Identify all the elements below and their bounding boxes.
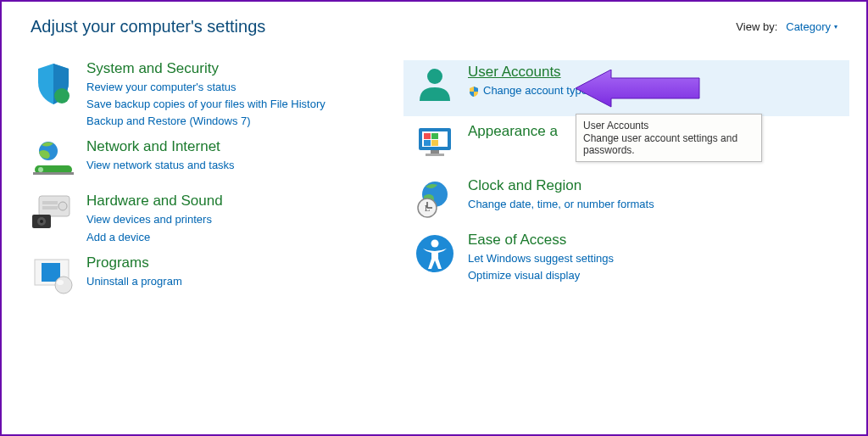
view-by-value: Category [786, 20, 831, 33]
network-icon [29, 138, 78, 184]
programs-icon [29, 254, 78, 300]
category-clock-region: L Clock and Region Change date, time, or… [403, 177, 849, 223]
category-programs: Programs Uninstall a program [22, 254, 403, 300]
link-backup-restore[interactable]: Backup and Restore (Windows 7) [86, 113, 326, 130]
view-by-dropdown[interactable]: Category ▾ [786, 20, 837, 33]
link-network-status[interactable]: View network status and tasks [86, 157, 235, 174]
category-hardware-sound: Hardware and Sound View devices and prin… [22, 193, 403, 245]
svg-point-16 [427, 69, 442, 84]
svg-rect-23 [431, 150, 439, 154]
user-accounts-icon [410, 64, 459, 109]
svg-point-14 [55, 277, 72, 293]
page-title: Adjust your computer's settings [31, 17, 265, 36]
link-date-time-formats[interactable]: Change date, time, or number formats [468, 196, 654, 213]
svg-rect-20 [431, 133, 438, 139]
hardware-icon [29, 193, 78, 238]
svg-point-11 [40, 220, 43, 223]
category-system-security: System and Security Review your computer… [22, 60, 403, 130]
tooltip-title: User Accounts [583, 120, 754, 131]
link-devices-printers[interactable]: View devices and printers [86, 211, 223, 228]
category-user-accounts: User Accounts Change account type [403, 60, 849, 116]
svg-rect-6 [42, 201, 58, 204]
svg-rect-19 [424, 133, 431, 139]
svg-rect-21 [424, 140, 431, 146]
clock-region-icon: L [410, 177, 459, 223]
category-title[interactable]: User Accounts [468, 64, 587, 81]
svg-rect-24 [426, 154, 444, 156]
category-title[interactable]: Clock and Region [468, 177, 654, 194]
chevron-down-icon: ▾ [834, 23, 837, 31]
category-title[interactable]: Ease of Access [468, 232, 614, 249]
link-optimize-display[interactable]: Optimize visual display [468, 267, 614, 284]
shield-icon [29, 60, 78, 106]
appearance-icon [410, 123, 459, 169]
link-review-status[interactable]: Review your computer's status [86, 79, 326, 96]
svg-point-15 [57, 280, 64, 285]
svg-point-3 [38, 167, 43, 172]
svg-point-0 [54, 88, 70, 103]
tooltip-body: Change user account settings and passwor… [583, 132, 754, 156]
uac-shield-icon [468, 86, 480, 98]
svg-point-31 [431, 240, 439, 248]
svg-point-8 [58, 202, 67, 210]
link-add-device[interactable]: Add a device [86, 229, 223, 246]
category-title[interactable]: System and Security [86, 60, 326, 77]
category-network-internet: Network and Internet View network status… [22, 138, 403, 184]
link-file-history[interactable]: Save backup copies of your files with Fi… [86, 96, 326, 113]
view-by-label: View by: [736, 20, 777, 33]
category-title[interactable]: Network and Internet [86, 138, 235, 155]
link-uninstall-program[interactable]: Uninstall a program [86, 273, 182, 290]
tooltip-user-accounts: User Accounts Change user account settin… [576, 114, 762, 162]
svg-rect-4 [33, 172, 74, 175]
view-by: View by: Category ▾ [736, 20, 837, 33]
svg-rect-22 [431, 140, 438, 146]
category-ease-of-access: Ease of Access Let Windows suggest setti… [403, 232, 849, 284]
category-title[interactable]: Appearance a [468, 123, 558, 140]
ease-of-access-icon [410, 232, 459, 277]
link-windows-suggest[interactable]: Let Windows suggest settings [468, 250, 614, 267]
category-title[interactable]: Hardware and Sound [86, 193, 223, 210]
svg-rect-7 [42, 206, 58, 210]
category-title[interactable]: Programs [86, 254, 182, 271]
link-change-account-type[interactable]: Change account type [468, 82, 587, 99]
